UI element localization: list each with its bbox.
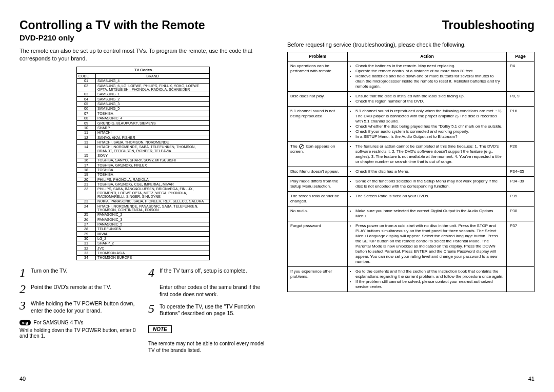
tv-code-row: 02SAMSUNG_6, LG, LOEWE, PHILIPS, FINLUX,… [77, 84, 210, 92]
tv-code-cell: 04 [77, 97, 96, 101]
action-item: Ensure that the disc is installed with t… [355, 94, 504, 99]
tv-code-row: 05SAMSUNG_3 [77, 101, 210, 106]
step-num: 4 [148, 266, 160, 279]
tv-code-cell: 28 [77, 226, 96, 231]
action-cell: Go to the contents and find the section … [348, 266, 507, 292]
action-item: Check the batteries in the remote. May n… [355, 64, 504, 69]
action-item: Check if the disc has a Menu. [355, 169, 504, 174]
right-page: Troubleshooting Before requesting servic… [287, 18, 535, 377]
action-item: Make sure you have selected the correct … [355, 209, 504, 219]
tv-code-row: 27PANASONIC_5 [77, 222, 210, 226]
action-cell: Check if the disc has a Menu. [348, 167, 507, 176]
tv-brand-cell: SAMSUNG_5 [96, 106, 210, 111]
tv-brand-cell: JVC [96, 246, 210, 251]
tv-brand-cell: SAMSUNG_6, LG, LOEWE, PHILIPS, FINLUX, Y… [96, 84, 210, 92]
eg-badge: e.g [19, 320, 31, 325]
action-cell: Make sure you have selected the correct … [348, 206, 507, 221]
tv-code-row: 25PANASONIC_2 [77, 212, 210, 217]
page-number-left: 40 [19, 376, 26, 382]
tv-codes-table: TV Codes CODE BRAND 01SAMSUNG_402SAMSUNG… [76, 67, 210, 261]
tv-brand-cell: SAMSUNG_1 [96, 92, 210, 96]
page-cell: P20 [507, 141, 535, 167]
action-cell: The features or action cannot be complet… [348, 141, 507, 167]
trouble-row: The icon appears on screen.The features … [288, 141, 535, 167]
hdr-problem: Problem [288, 52, 348, 61]
prohibit-icon [299, 144, 304, 149]
tv-code-row: 12SANYO, AKAI, FISHER [77, 135, 210, 140]
trouble-row: Disc does not play.Ensure that the disc … [288, 91, 535, 106]
tv-code-row: 03SAMSUNG_1 [77, 92, 210, 96]
tv-code-cell: 13 [77, 140, 96, 145]
tv-code-row: 17TOSHIBA, GRUNDIG, FINLUX [77, 163, 210, 168]
tv-code-row: 33THOMSON ASIA [77, 251, 210, 255]
tv-brand-cell: PHILIPS, SABA, BANG&OLUFSEN, BRIONVEGA, … [96, 187, 210, 199]
trouble-row: The screen ratio cannot be changed.The S… [288, 191, 535, 206]
tv-code-cell: 30 [77, 236, 96, 241]
tv-code-row: 01SAMSUNG_4 [77, 78, 210, 83]
tv-brand-cell: SHARP_2 [96, 241, 210, 245]
problem-cell: The screen ratio cannot be changed. [288, 191, 348, 206]
action-item: 5.1 channel sound is reproduced only whe… [355, 109, 504, 124]
page-cell: P39 [507, 191, 535, 206]
tv-code-row: 15SONY [77, 153, 210, 158]
left-page-title: Controlling a TV with the Remote [19, 18, 267, 32]
tv-code-row: 11HITACHI [77, 130, 210, 135]
trouble-row: 5.1 channel sound is not being reproduce… [288, 106, 535, 141]
problem-cell: The icon appears on screen. [288, 141, 348, 167]
trouble-row: No audio.Make sure you have selected the… [288, 206, 535, 221]
tv-brand-cell: PANASONIC_3 [96, 217, 210, 222]
action-item: If the problem still cannot be solved, p… [355, 279, 504, 290]
steps-section: 1Turn on the TV. 2Point the DVD's remote… [19, 267, 267, 359]
step-4: 4If the TV turns off, setup is complete. [148, 267, 267, 279]
tv-code-cell: 34 [77, 255, 96, 260]
step-num: 3 [19, 299, 31, 312]
tv-code-cell: 05 [77, 101, 96, 106]
note-badge: NOTE [148, 325, 172, 333]
tv-code-cell: 31 [77, 241, 96, 245]
problem-cell: Forgot password [288, 221, 348, 266]
tv-brand-cell: HITACHI, NORDMENDE, SABA, TELEFUNKEN, TH… [96, 145, 210, 153]
tv-code-cell: 19 [77, 172, 96, 177]
problem-cell: If you experience other problems. [288, 266, 348, 292]
right-page-title: Troubleshooting [287, 18, 535, 32]
tv-code-row: 13HITACHI, SABA, THOMSON, NORDMENDE [77, 140, 210, 145]
tv-code-row: 32JVC [77, 246, 210, 251]
tv-brand-cell: SANYO, AKAI, FISHER [96, 135, 210, 140]
tv-code-cell: 17 [77, 163, 96, 168]
tv-code-row: 34THOMSON EUROPE [77, 255, 210, 260]
tv-code-cell: 32 [77, 246, 96, 251]
action-item: Operate the remote control at a distance… [355, 69, 504, 74]
action-cell: Some of the functions selected in the Se… [348, 176, 507, 191]
tv-code-row: 29MIVAL [77, 232, 210, 236]
hdr-action: Action [348, 52, 507, 61]
action-item: Go to the contents and find the section … [355, 269, 504, 279]
tv-code-row: 26PANASONIC_3 [77, 217, 210, 222]
problem-cell: Disc Menu doesn't appear. [288, 167, 348, 176]
left-page-subtitle: DVD-P210 only [19, 33, 267, 42]
tv-brand-cell: TOSHIBA [96, 172, 210, 177]
tv-brand-cell: SAMSUNG_2 [96, 97, 210, 101]
left-page: Controlling a TV with the Remote DVD-P21… [19, 18, 267, 377]
tv-brand-cell: HITACHI, SABA, THOMSON, NORDMENDE [96, 140, 210, 145]
action-item: The features or action cannot be complet… [355, 144, 504, 164]
tv-code-row: 18TOSHIBA [77, 168, 210, 172]
trouble-row: If you experience other problems.Go to t… [288, 266, 535, 292]
trouble-row: Play mode differs from the Setup Menu se… [288, 176, 535, 191]
tv-code-cell: 26 [77, 217, 96, 222]
action-item: Check the region number of the DVD. [355, 99, 504, 104]
action-cell: Ensure that the disc is installed with t… [348, 91, 507, 106]
action-item: Remove batteries and hold down one or mo… [355, 74, 504, 89]
tv-brand-cell: THOMSON ASIA [96, 251, 210, 255]
intro-text: The remote can also be set up to control… [19, 47, 267, 63]
note-text: The remote may not be able to control ev… [148, 340, 267, 354]
action-item: Check if your audio system is connected … [355, 129, 504, 134]
action-item: Some of the functions selected in the Se… [355, 179, 504, 189]
tv-code-cell: 06 [77, 106, 96, 111]
hdr-page: Page [507, 52, 535, 61]
troubleshooting-table: Problem Action Page No operations can be… [287, 52, 535, 292]
tv-code-row: 06SAMSUNG_5 [77, 106, 210, 111]
problem-cell: 5.1 channel sound is not being reproduce… [288, 106, 348, 141]
trouble-row: No operations can be performed with remo… [288, 61, 535, 91]
tv-brand-cell: PANASONIC_4 [96, 116, 210, 120]
page-cell: P16 [507, 106, 535, 141]
